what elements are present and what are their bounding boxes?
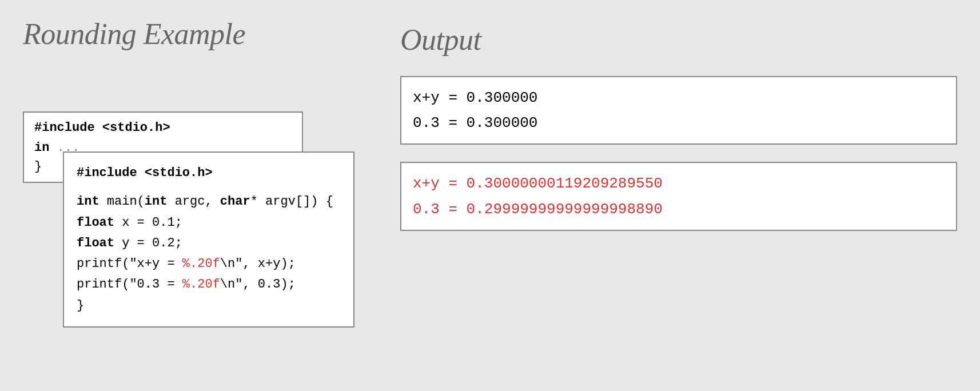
argv-text: * argv[]) {	[250, 194, 333, 209]
code-in-text: in	[34, 141, 49, 155]
main-text: main(	[99, 194, 145, 209]
code-box-detailed: #include <stdio.h> int main(int argc, ch…	[63, 151, 354, 328]
code-line-include-back: #include <stdio.h>	[34, 121, 292, 135]
code-printf-xy: printf("x+y = %.20f\n", x+y);	[77, 254, 341, 274]
output-box-normal: x+y = 0.300000 0.3 = 0.300000	[400, 76, 957, 145]
output1-line2: 0.3 = 0.300000	[413, 110, 945, 135]
code-include-front: #include <stdio.h>	[77, 163, 341, 183]
code-printf-03: printf("0.3 = %.20f\n", 0.3);	[77, 274, 341, 295]
char-keyword: char	[220, 194, 250, 209]
format-03: %.20f	[182, 277, 220, 292]
float-x-val: x = 0.1;	[114, 216, 182, 230]
float-keyword-x: float	[77, 216, 114, 230]
output1-line1: x+y = 0.300000	[413, 85, 945, 110]
output-box-precise: x+y = 0.30000000119209289550 0.3 = 0.299…	[400, 162, 957, 230]
float-keyword-y: float	[77, 236, 114, 250]
code-main-sig: int main(int argc, char* argv[]) {	[77, 191, 341, 212]
printf-03-c: \n", 0.3);	[220, 277, 296, 292]
int-keyword-argc: int	[145, 194, 168, 209]
code-closing-brace-front: }	[77, 296, 341, 316]
printf-xy-c: \n", x+y);	[220, 257, 296, 271]
output2-line2: 0.3 = 0.29999999999999998890	[413, 197, 945, 222]
code-float-y: float y = 0.2;	[77, 233, 341, 254]
code-blank-line	[77, 183, 341, 191]
int-keyword-main: int	[77, 194, 99, 209]
left-section: Rounding Example #include <stdio.h> in .…	[23, 17, 354, 374]
format-xy: %.20f	[182, 257, 220, 271]
include-keyword: #include <stdio.h>	[77, 166, 213, 180]
argc-text: argc,	[167, 194, 220, 209]
printf-03-a: printf("0.3 =	[77, 277, 182, 292]
page-container: Rounding Example #include <stdio.h> in .…	[0, 0, 980, 391]
page-title: Rounding Example	[23, 17, 354, 51]
float-y-val: y = 0.2;	[114, 236, 182, 250]
code-float-x: float x = 0.1;	[77, 213, 341, 233]
output-title: Output	[400, 23, 957, 57]
code-area: #include <stdio.h> in ... } #include <st…	[23, 60, 354, 374]
output2-line1: x+y = 0.30000000119209289550	[413, 171, 945, 196]
right-section: Output x+y = 0.300000 0.3 = 0.300000 x+y…	[400, 17, 957, 374]
printf-xy-a: printf("x+y =	[77, 257, 182, 271]
